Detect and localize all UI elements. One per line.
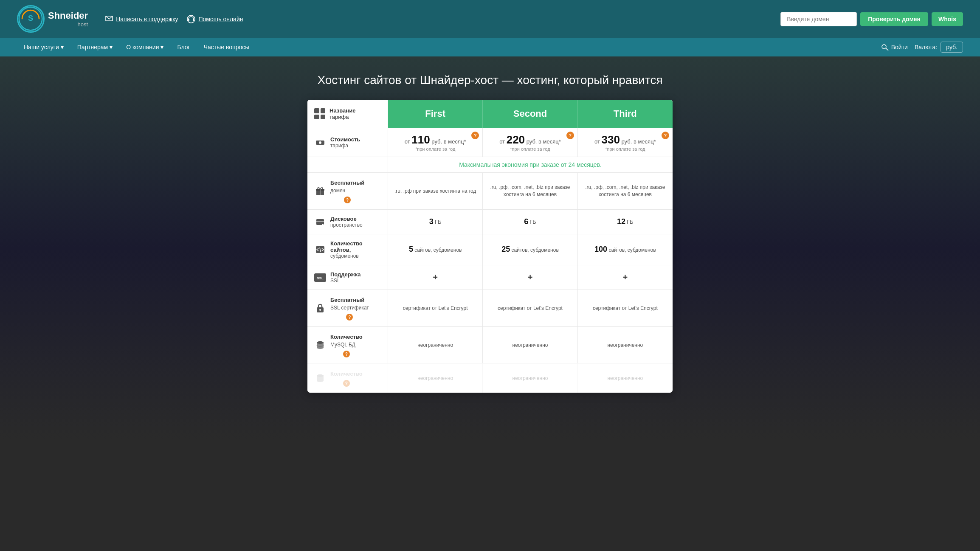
domain-area: Проверить домен Whois	[780, 12, 963, 26]
more-third: неограниченно	[578, 364, 673, 393]
nav-company[interactable]: О компании ▾	[119, 38, 170, 56]
pricing-table: Название тарифа First Second Third Стоим…	[307, 100, 673, 393]
logo[interactable]: S Shneider host	[17, 5, 88, 33]
help-link[interactable]: Помощь онлайн	[186, 14, 243, 24]
more-label: Количество ?	[307, 364, 388, 393]
plan-second-header: Second	[483, 100, 577, 128]
page-title: Хостинг сайтов от Шнайдер-хост — хостинг…	[8, 73, 972, 87]
table-col-label: Название тарифа	[329, 107, 355, 120]
login-link[interactable]: Войти	[881, 43, 908, 51]
svg-point-8	[319, 141, 321, 144]
sites-row: Количество сайтов, субдоменов 5 сайтов, …	[307, 234, 673, 265]
disk-label: Дисковое пространство	[307, 210, 388, 234]
domain-second: .ru, .рф, .com, .net, .biz при заказе хо…	[483, 173, 577, 209]
question-badge-more[interactable]: ?	[343, 380, 350, 387]
headset-icon	[186, 14, 196, 24]
chevron-down-icon: ▾	[61, 44, 64, 51]
price-second: ? от 220 руб. в месяц* *при оплате за го…	[483, 128, 577, 157]
question-badge-domain[interactable]: ?	[344, 197, 351, 203]
nav-partners[interactable]: Партнерам ▾	[70, 38, 119, 56]
price-first: ? от 110 руб. в месяц* *при оплате за го…	[388, 128, 483, 157]
question-badge-price-second[interactable]: ?	[566, 132, 574, 139]
message-icon	[105, 15, 113, 23]
price-third: ? от 330 руб. в месяц* *при оплате за го…	[578, 128, 673, 157]
disk-first: 3 ГБ	[388, 210, 483, 234]
gift-icon	[314, 185, 326, 197]
more-second: неограниченно	[483, 364, 577, 393]
more-db-icon	[314, 372, 326, 384]
svg-point-24	[317, 374, 324, 377]
question-badge-price-first[interactable]: ?	[471, 132, 479, 139]
plan-first-header: First	[388, 100, 483, 128]
disk-row: Дисковое пространство 3 ГБ 6 ГБ 12 ГБ	[307, 209, 673, 234]
support-link[interactable]: Написать в поддержку	[105, 15, 178, 23]
plan-third-header: Third	[578, 100, 673, 128]
mysql-third: неограниченно	[578, 327, 673, 363]
sites-first: 5 сайтов, субдоменов	[388, 234, 483, 265]
svg-text:SSL: SSL	[317, 276, 324, 280]
svg-rect-3	[188, 19, 189, 21]
logo-text: Shneider host	[48, 10, 88, 28]
ssl-support-first: +	[388, 265, 483, 290]
price-row: Стоимость тарифа ? от 110 руб. в месяц* …	[307, 128, 673, 157]
question-badge-ssl[interactable]: ?	[346, 314, 353, 320]
economy-text: Максимальная экономия при заказе от 24 м…	[388, 157, 673, 172]
domain-third: .ru, .рф, .com, .net, .biz при заказе хо…	[578, 173, 673, 209]
more-row: Количество ? неограниченно неограниченно…	[307, 363, 673, 393]
ssl-free-first: сертификат от Let's Encrypt	[388, 290, 483, 326]
code-icon	[314, 244, 326, 256]
header-nav: Написать в поддержку Помощь онлайн	[105, 14, 243, 24]
ssl-free-label: Бесплатный SSL сертификат ?	[307, 290, 388, 326]
question-badge-mysql[interactable]: ?	[343, 351, 350, 357]
domain-row: Бесплатный домен ? .ru, .рф при заказе х…	[307, 172, 673, 209]
site-header: S Shneider host Написать в поддержку Пом…	[0, 0, 980, 38]
nav-right: Войти Валюта: руб.	[881, 42, 963, 53]
domain-input[interactable]	[780, 12, 857, 26]
svg-point-22	[317, 341, 324, 344]
sites-second: 25 сайтов, субдоменов	[483, 234, 577, 265]
ssl-icon: SSL	[314, 272, 326, 284]
question-badge-price-third[interactable]: ?	[662, 132, 669, 139]
economy-label-cell	[307, 157, 388, 172]
ssl-free-third: сертификат от Let's Encrypt	[578, 290, 673, 326]
nav-our-services[interactable]: Наши услуги ▾	[17, 38, 70, 56]
economy-row: Максимальная экономия при заказе от 24 м…	[307, 157, 673, 172]
disk-second: 6 ГБ	[483, 210, 577, 234]
ssl-support-third: +	[578, 265, 673, 290]
price-row-label: Стоимость тарифа	[307, 128, 388, 157]
check-domain-button[interactable]: Проверить домен	[860, 12, 928, 26]
lock-icon	[314, 302, 326, 314]
disk-icon	[314, 216, 326, 228]
svg-text:S: S	[28, 14, 33, 22]
whois-button[interactable]: Whois	[932, 12, 963, 26]
currency-badge[interactable]: руб.	[941, 42, 963, 53]
key-icon	[881, 43, 889, 51]
domain-label: Бесплатный домен ?	[307, 173, 388, 209]
mysql-first: неограниченно	[388, 327, 483, 363]
database-icon	[314, 339, 326, 351]
more-first: неограниченно	[388, 364, 483, 393]
nav-blog[interactable]: Блог	[170, 38, 197, 56]
logo-circle: S	[17, 5, 45, 33]
main-content: Хостинг сайтов от Шнайдер-хост — хостинг…	[0, 56, 980, 439]
sites-third: 100 сайтов, субдоменов	[578, 234, 673, 265]
svg-point-20	[319, 309, 321, 311]
ssl-support-label: SSL Поддержка SSL	[307, 265, 388, 290]
svg-rect-4	[193, 19, 194, 21]
mysql-row: Количество MySQL БД ? неограниченно неог…	[307, 326, 673, 363]
table-label-header: Название тарифа	[307, 100, 388, 128]
grid-icon	[314, 108, 325, 119]
domain-first: .ru, .рф при заказе хостинга на год	[388, 173, 483, 209]
sites-label: Количество сайтов, субдоменов	[307, 234, 388, 265]
table-header-row: Название тарифа First Second Third	[307, 100, 673, 128]
nav-faq[interactable]: Частые вопросы	[197, 38, 256, 56]
price-icon	[314, 137, 326, 149]
mysql-label: Количество MySQL БД ?	[307, 327, 388, 363]
chevron-down-icon: ▾	[110, 44, 113, 51]
ssl-free-second: сертификат от Let's Encrypt	[483, 290, 577, 326]
ssl-support-row: SSL Поддержка SSL + + +	[307, 265, 673, 290]
currency-area: Валюта: руб.	[915, 42, 963, 53]
svg-point-13	[322, 224, 324, 225]
chevron-down-icon: ▾	[161, 44, 163, 51]
navbar: Наши услуги ▾ Партнерам ▾ О компании ▾ Б…	[0, 38, 980, 56]
